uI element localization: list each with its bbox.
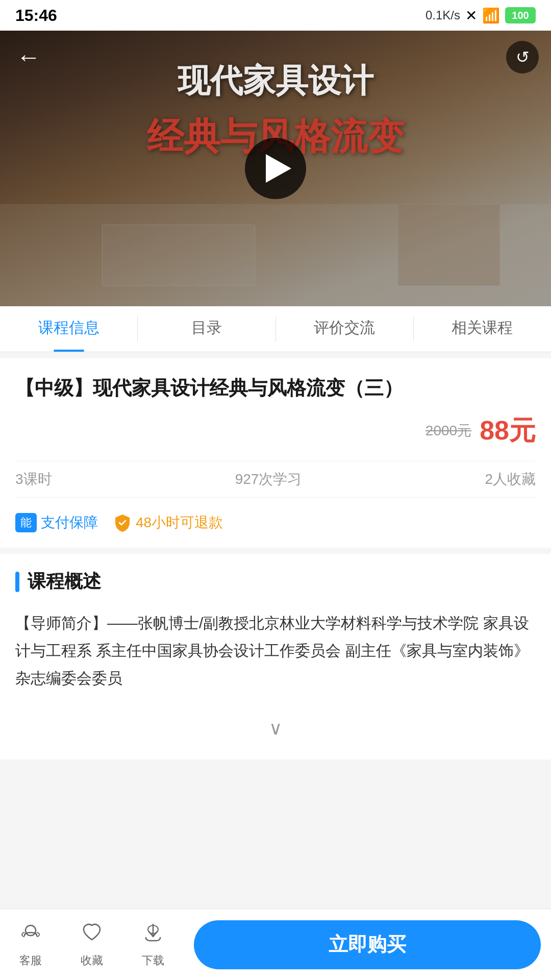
bottom-nav: 客服 收藏 下载 立即购买 [0, 909, 551, 980]
overview-content: 【导师简介】——张帆博士/副教授北京林业大学材料科学与技术学院 家具设计与工程系… [15, 609, 536, 692]
section-header: 课程概述 [15, 569, 536, 594]
expand-icon: ∨ [269, 718, 282, 739]
payment-text: 支付保障 [41, 513, 98, 532]
price-current: 88元 [480, 413, 536, 449]
badges-row: 能 支付保障 48小时可退款 [15, 508, 536, 537]
signal-icon: ✕ [465, 7, 477, 24]
stats-row: 3课时 927次学习 2人收藏 [15, 461, 536, 498]
payment-badge: 能 支付保障 [15, 513, 98, 532]
status-bar: 15:46 0.1K/s ✕ 📶 100 [0, 0, 551, 31]
lessons-count: 3课时 [15, 470, 52, 489]
play-triangle-icon [266, 154, 291, 183]
tab-catalog[interactable]: 目录 [138, 306, 275, 352]
refresh-button[interactable]: ↺ [506, 41, 539, 74]
collect-icon [81, 921, 103, 949]
course-title: 【中级】现代家具设计经典与风格流变（三） [15, 374, 536, 403]
customer-service-icon [19, 921, 42, 949]
buy-button[interactable]: 立即购买 [194, 920, 541, 969]
customer-service-label: 客服 [19, 953, 42, 968]
download-label: 下载 [142, 953, 164, 968]
shield-icon [113, 513, 132, 532]
back-button[interactable]: ← [12, 41, 45, 74]
tab-review[interactable]: 评价交流 [276, 306, 413, 352]
tab-related[interactable]: 相关课程 [414, 306, 551, 352]
course-info-section: 【中级】现代家具设计经典与风格流变（三） 2000元 88元 3课时 927次学… [0, 358, 551, 548]
svg-point-0 [26, 925, 36, 936]
price-original: 2000元 [425, 421, 471, 440]
section-indicator [15, 572, 19, 592]
refund-text: 48小时可退款 [136, 513, 223, 532]
download-icon [142, 921, 164, 949]
section-title: 课程概述 [28, 569, 101, 594]
refresh-icon: ↺ [516, 47, 530, 67]
study-count: 927次学习 [235, 470, 302, 489]
nav-actions: 客服 收藏 下载 [0, 921, 184, 968]
wifi-icon: 📶 [482, 7, 500, 24]
tabs-container: 课程信息 目录 评价交流 相关课程 [0, 306, 551, 352]
refund-badge: 48小时可退款 [113, 513, 223, 532]
collect-label: 收藏 [81, 953, 103, 968]
battery-icon: 100 [505, 7, 536, 23]
badge-label: 能 [15, 513, 37, 532]
collect-count: 2人收藏 [485, 470, 536, 489]
status-time: 15:46 [15, 6, 57, 25]
back-arrow-icon: ← [16, 45, 41, 69]
nav-customer-service[interactable]: 客服 [19, 921, 42, 968]
network-speed: 0.1K/s [425, 8, 460, 22]
play-button[interactable] [245, 138, 306, 199]
video-title: 现代家具设计 [0, 61, 551, 101]
expand-row[interactable]: ∨ [15, 707, 536, 744]
video-player[interactable]: 现代家具设计 经典与风格流变 ← ↺ [0, 31, 551, 306]
nav-collect[interactable]: 收藏 [81, 921, 103, 968]
price-row: 2000元 88元 [15, 413, 536, 449]
overview-section: 课程概述 【导师简介】——张帆博士/副教授北京林业大学材料科学与技术学院 家具设… [0, 554, 551, 760]
tab-course-info[interactable]: 课程信息 [0, 306, 137, 352]
nav-download[interactable]: 下载 [142, 921, 164, 968]
status-icons: 0.1K/s ✕ 📶 100 [425, 7, 536, 24]
